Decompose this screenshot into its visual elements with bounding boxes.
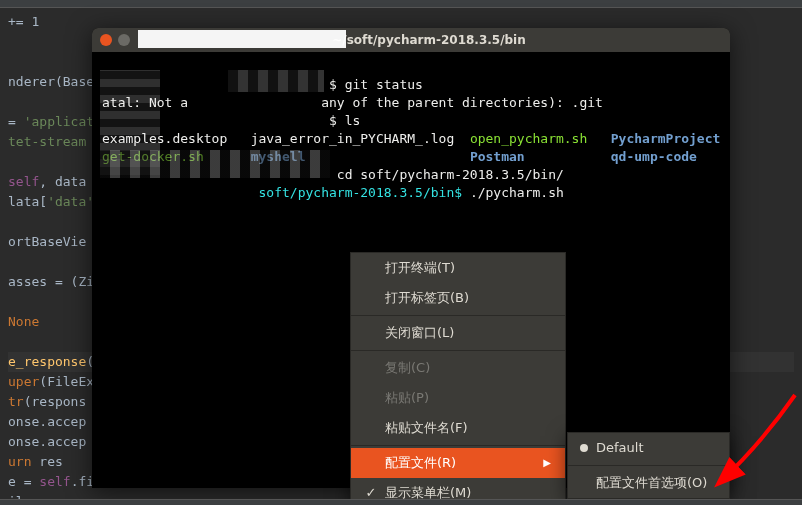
menu-separator [568,465,729,466]
ctx-label: 关闭窗口(L) [385,318,454,348]
window-minimize-button[interactable] [118,34,130,46]
ctx-open-tab[interactable]: 打开标签页(B) [351,283,565,313]
privacy-blur [138,30,346,48]
privacy-pixelation [228,70,324,92]
radio-icon [580,444,588,452]
submenu-label: 配置文件首选项(O) [596,468,707,498]
ctx-paste-filename[interactable]: 粘贴文件名(F) [351,413,565,443]
ctx-label: 粘贴(P) [385,383,429,413]
ctx-label: 粘贴文件名(F) [385,413,468,443]
menu-separator [351,350,565,351]
ctx-label: 复制(C) [385,353,430,383]
ctx-profile[interactable]: 配置文件(R)▶ [351,448,565,478]
ide-tab-bar [0,0,802,8]
submenu-default[interactable]: Default [568,433,729,463]
submenu-label: Default [596,433,644,463]
profile-submenu[interactable]: Default 配置文件首选项(O) [567,432,730,499]
ide-status-bar [0,499,802,505]
menu-separator [351,315,565,316]
ctx-close-window[interactable]: 关闭窗口(L) [351,318,565,348]
submenu-arrow-icon: ▶ [543,448,551,478]
ctx-label: 打开标签页(B) [385,283,469,313]
ctx-copy: 复制(C) [351,353,565,383]
submenu-profile-prefs[interactable]: 配置文件首选项(O) [568,468,729,498]
ctx-label: 配置文件(R) [385,448,456,478]
ctx-label: 打开终端(T) [385,253,455,283]
window-close-button[interactable] [100,34,112,46]
privacy-pixelation [100,150,330,178]
terminal-output[interactable]: $ git status atal: Not a any of the pare… [92,52,730,226]
menu-separator [351,445,565,446]
ctx-open-terminal[interactable]: 打开终端(T) [351,253,565,283]
context-menu[interactable]: 打开终端(T) 打开标签页(B) 关闭窗口(L) 复制(C) 粘贴(P) 粘贴文… [350,252,566,505]
ctx-paste: 粘贴(P) [351,383,565,413]
